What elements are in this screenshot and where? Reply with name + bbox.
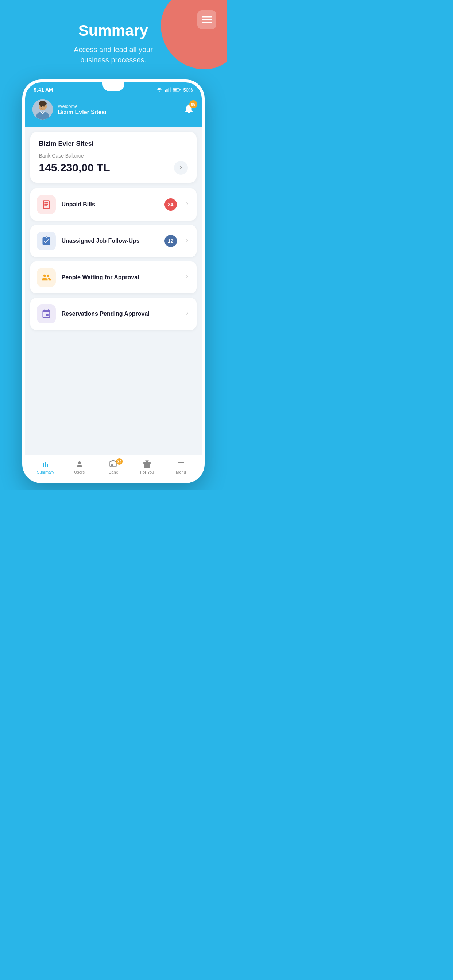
- balance-card-title: Bizim Evler Sitesi: [39, 140, 188, 148]
- menu-nav-icon: [177, 460, 185, 468]
- chevron-right-icon: [184, 237, 190, 243]
- battery-icon: [173, 88, 181, 92]
- receipt-icon: [41, 199, 51, 210]
- user-name: Bizim Evler Sitesi: [58, 109, 107, 116]
- status-bar: 9:41 AM 50%: [25, 83, 202, 95]
- svg-rect-4: [167, 89, 168, 92]
- nav-label-summary: Summary: [37, 470, 54, 474]
- phone-frame: 9:41 AM 50%: [22, 80, 205, 483]
- user-info: Welcome Bizim Evler Sitesi: [32, 99, 107, 119]
- users-nav-icon: [75, 460, 84, 468]
- reservations-approval-chevron: [184, 310, 190, 318]
- header-section: Summary Access and lead all yourbusiness…: [0, 0, 226, 76]
- gift-icon: [143, 460, 152, 468]
- nav-item-users[interactable]: Users: [69, 460, 91, 474]
- people-approval-icon-bg: [37, 268, 56, 287]
- nav-item-bank[interactable]: 34 Bank: [102, 460, 124, 474]
- page-subtitle: Access and lead all yourbusiness process…: [0, 45, 226, 65]
- balance-label: Bank Case Balance: [39, 153, 188, 159]
- nav-item-menu[interactable]: Menu: [170, 460, 192, 474]
- phone-content: Bizim Evler Sitesi Bank Case Balance 145…: [25, 127, 202, 455]
- unpaid-bills-icon-bg: [37, 195, 56, 214]
- nav-label-bank: Bank: [109, 470, 118, 474]
- svg-rect-2: [202, 22, 212, 23]
- svg-rect-1: [202, 19, 212, 21]
- nav-item-summary[interactable]: Summary: [35, 460, 57, 474]
- phone-header: Welcome Bizim Evler Sitesi 65: [25, 95, 202, 127]
- battery-percent: 50%: [183, 87, 193, 92]
- svg-rect-0: [202, 16, 212, 18]
- people-icon: [41, 272, 51, 283]
- unassigned-jobs-label: Unassigned Job Follow-Ups: [62, 238, 159, 244]
- reservations-approval-label: Reservations Pending Approval: [62, 310, 179, 317]
- notification-badge: 65: [189, 100, 197, 108]
- people-approval-chevron: [184, 274, 190, 282]
- unassigned-jobs-icon-bg: [37, 232, 56, 250]
- nav-label-menu: Menu: [176, 470, 186, 474]
- phone-mockup: 9:41 AM 50%: [0, 80, 226, 483]
- unpaid-bills-badge: 34: [164, 198, 177, 211]
- bank-nav-badge: 34: [116, 458, 123, 465]
- svg-rect-17: [111, 465, 113, 466]
- status-icons: 50%: [156, 87, 193, 92]
- balance-chevron[interactable]: [174, 161, 188, 175]
- balance-amount: 145.230,00 TL: [39, 162, 110, 174]
- svg-point-12: [39, 101, 47, 106]
- nav-item-foryou[interactable]: For You: [136, 460, 158, 474]
- nav-label-users: Users: [74, 470, 85, 474]
- svg-rect-8: [174, 89, 177, 91]
- calendar-icon: [41, 309, 51, 319]
- unassigned-jobs-badge: 12: [164, 235, 177, 247]
- list-item-unassigned-jobs[interactable]: Unassigned Job Follow-Ups 12: [30, 225, 196, 257]
- balance-row: 145.230,00 TL: [39, 161, 188, 175]
- reservations-approval-icon-bg: [37, 304, 56, 323]
- chart-bar-icon: [41, 460, 50, 468]
- welcome-label: Welcome: [58, 103, 107, 109]
- people-approval-label: People Waiting for Approval: [62, 274, 179, 281]
- clipboard-icon: [41, 236, 51, 246]
- menu-button[interactable]: [197, 10, 216, 29]
- status-time: 9:41 AM: [34, 87, 53, 92]
- unpaid-bills-label: Unpaid Bills: [62, 201, 159, 208]
- list-item-people-approval[interactable]: People Waiting for Approval: [30, 261, 196, 293]
- page-title: Summary: [0, 22, 226, 40]
- svg-point-15: [43, 106, 45, 107]
- wifi-icon: [156, 87, 163, 92]
- phone-notch: [102, 83, 124, 91]
- signal-icon: [165, 87, 171, 92]
- svg-rect-3: [165, 91, 166, 92]
- unpaid-bills-chevron: [184, 201, 190, 208]
- chevron-right-icon: [184, 310, 190, 316]
- unassigned-jobs-chevron: [184, 237, 190, 245]
- avatar: [32, 99, 53, 119]
- bottom-nav: Summary Users 34 Bank: [25, 455, 202, 480]
- list-item-reservations-approval[interactable]: Reservations Pending Approval: [30, 298, 196, 330]
- chevron-right-icon: [178, 165, 184, 170]
- svg-rect-5: [168, 88, 169, 92]
- chevron-right-icon: [184, 274, 190, 280]
- svg-rect-6: [170, 88, 171, 92]
- balance-card[interactable]: Bizim Evler Sitesi Bank Case Balance 145…: [30, 132, 196, 183]
- chevron-right-icon: [184, 201, 190, 207]
- notification-button[interactable]: 65: [183, 103, 195, 116]
- user-text: Welcome Bizim Evler Sitesi: [58, 103, 107, 116]
- nav-label-foryou: For You: [140, 470, 154, 474]
- svg-point-14: [40, 106, 41, 107]
- svg-rect-16: [110, 462, 116, 467]
- list-item-unpaid-bills[interactable]: Unpaid Bills 34: [30, 188, 196, 221]
- svg-rect-9: [180, 89, 180, 91]
